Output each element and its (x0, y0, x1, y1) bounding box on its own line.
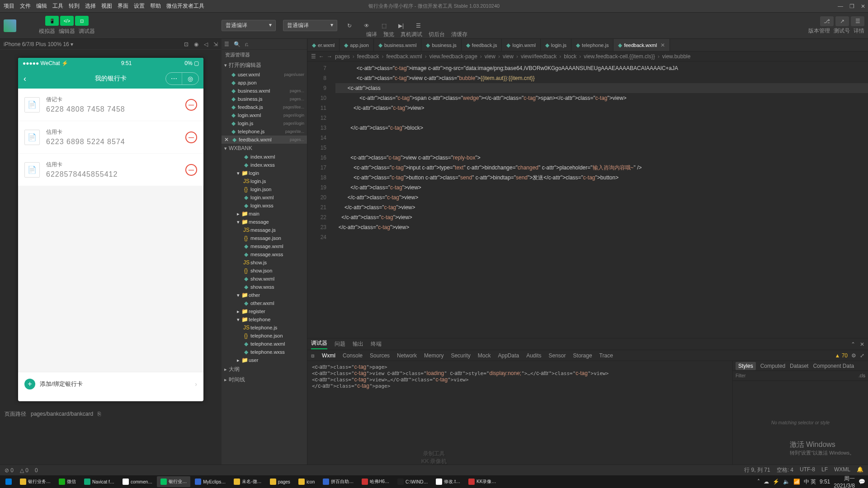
menu-item[interactable]: 文件 (20, 2, 31, 10)
tree-item[interactable]: ◆message.wxml (222, 242, 307, 250)
delete-icon[interactable]: — (185, 131, 197, 143)
tree-item[interactable]: ▾ 📁other (222, 291, 307, 299)
taskbar-item[interactable]: commen… (119, 476, 156, 487)
menu-item[interactable]: 选择 (85, 2, 96, 10)
dataset-tab[interactable]: Dataset (790, 363, 808, 369)
menu-item[interactable]: 转到 (69, 2, 80, 10)
avatar[interactable] (4, 19, 16, 32)
devtab-trace[interactable]: Trace (599, 352, 613, 359)
device-debug-icon[interactable]: ⬚ (379, 21, 389, 31)
devtab-mock[interactable]: Mock (478, 352, 491, 359)
tree-item[interactable]: ▾ 📁login (222, 169, 307, 177)
code-content[interactable]: <c-attr">class="c-tag">image c-attr">ng-… (332, 61, 868, 338)
tree-item[interactable]: ◆login.wxml (222, 193, 307, 202)
tab-terminal[interactable]: 终端 (371, 340, 382, 348)
taskbar-item[interactable]: 银行业务… (16, 476, 54, 487)
open-file[interactable]: ◆app.json (222, 79, 307, 87)
card-item[interactable]: 📄信用卡6223 6898 5224 8574— (18, 121, 203, 153)
tree-item[interactable]: ◆login.wxss (222, 202, 307, 210)
editor-tab[interactable]: ◆business.js (421, 39, 461, 51)
breadcrumb[interactable]: ☰ ← → pages›feedback›feedback.wxml›view.… (307, 52, 868, 61)
tree-item[interactable]: JStelephone.js (222, 324, 307, 332)
tree-item[interactable]: ◆telephone.wxml (222, 340, 307, 348)
tree-item[interactable]: ▾ 📁message (222, 218, 307, 226)
taskbar-item[interactable]: C:\WIND… (394, 476, 431, 487)
tree-item[interactable]: {}telephone.json (222, 332, 307, 340)
tree-item[interactable]: ◆index.wxml (222, 153, 307, 161)
collapse-icon[interactable]: ⌃ (851, 341, 855, 347)
devtab-security[interactable]: Security (451, 352, 470, 359)
taskbar-item[interactable]: pages (266, 476, 294, 487)
menu-item[interactable]: 视图 (101, 2, 112, 10)
taskbar-item[interactable]: 微信 (55, 476, 80, 487)
detail-button[interactable]: ☰ (851, 16, 864, 26)
open-file[interactable]: ◆business.wxmlpages... (222, 87, 307, 95)
info-count[interactable]: 0 (35, 467, 38, 474)
close-icon[interactable]: ✕ (861, 3, 865, 9)
sim-icon[interactable]: ◉ (194, 41, 198, 47)
tree-item[interactable]: ◆show.wxss (222, 283, 307, 291)
notif-icon[interactable]: 💬 (859, 479, 865, 485)
errors-count[interactable]: ⊘ 0 (5, 467, 14, 474)
taskbar-item[interactable]: 哈弗H6… (358, 476, 393, 487)
devtab-sensor[interactable]: Sensor (549, 352, 566, 359)
open-file[interactable]: ◆telephone.jspages\te... (222, 127, 307, 136)
warning-badge[interactable]: ▲ 70 (835, 352, 848, 359)
tree-item[interactable]: {}login.json (222, 185, 307, 193)
timeline-section[interactable]: ▸ 时间线 (222, 375, 307, 385)
tree-item[interactable]: {}show.json (222, 267, 307, 275)
tree-item[interactable]: ◆show.wxml (222, 275, 307, 283)
editor-tab[interactable]: ◆app.json (340, 39, 374, 51)
menu-item[interactable]: 帮助 (150, 2, 161, 10)
branch-icon[interactable]: ⎌ (245, 41, 248, 47)
expand-icon[interactable]: ⤢ (860, 352, 864, 359)
taskbar-item[interactable]: 未名-微… (230, 476, 265, 487)
taskbar-item[interactable]: 修改.t… (432, 476, 464, 487)
minimize-icon[interactable]: — (838, 3, 843, 9)
copy-icon[interactable]: ⎘ (98, 411, 101, 417)
open-file[interactable]: ◆login.jspages\login (222, 119, 307, 127)
inspect-icon[interactable]: ⧈ (311, 352, 315, 359)
tree-item[interactable]: ◆other.wxml (222, 299, 307, 307)
version-button[interactable]: ⎇ (820, 16, 834, 26)
editor-tab[interactable]: ◆login.wxml (502, 39, 540, 51)
devtab-storage[interactable]: Storage (573, 352, 592, 359)
tree-item[interactable]: ▸ 📁user (222, 356, 307, 364)
menu-item[interactable]: 项目 (4, 2, 14, 10)
open-editors-section[interactable]: ▾ 打开的编辑器 (222, 60, 307, 70)
taskbar-item[interactable] (2, 476, 15, 487)
tree-item[interactable]: ▾ 📁telephone (222, 315, 307, 324)
add-card-button[interactable]: + 添加/绑定银行卡 › (18, 372, 203, 396)
styles-tab[interactable]: Styles (736, 362, 756, 370)
open-file[interactable]: ◆business.jspages... (222, 95, 307, 103)
indent[interactable]: 空格: 4 (777, 466, 793, 474)
card-item[interactable]: 📄信用卡6228578445855412— (18, 154, 203, 186)
tree-item[interactable]: JSmessage.js (222, 226, 307, 234)
taskbar-item[interactable]: MyEclips… (191, 476, 229, 487)
sim-icon[interactable]: ⊡ (184, 41, 189, 47)
sim-icon[interactable]: ◁ (204, 41, 208, 47)
taskbar-item[interactable]: icon (295, 476, 318, 487)
editor-tab[interactable]: ◆business.wxml (374, 39, 422, 51)
debugger-toggle[interactable]: ⊡ (75, 16, 89, 26)
background-icon[interactable]: ▶| (396, 21, 406, 31)
open-file[interactable]: ◆login.wxmlpages\login (222, 111, 307, 119)
compdata-tab[interactable]: Component Data (813, 363, 854, 369)
tab-output[interactable]: 输出 (353, 340, 363, 348)
editor-tab[interactable]: ◆login.js (541, 39, 571, 51)
sim-icon[interactable]: ⇲ (213, 41, 218, 47)
tree-item[interactable]: ▸ 📁register (222, 307, 307, 315)
devtab-network[interactable]: Network (397, 352, 417, 359)
project-section[interactable]: ▾ WXBANK (222, 144, 307, 153)
delete-icon[interactable]: — (185, 164, 197, 176)
tree-item[interactable]: JSshow.js (222, 258, 307, 267)
open-file[interactable]: ✕◆feedback.wxmlpages... (222, 136, 307, 144)
editor-tab[interactable]: ◆telephone.js (571, 39, 613, 51)
preview-icon[interactable]: 👁 (362, 21, 372, 31)
system-tray[interactable]: ˄ ☁⚡🔈📶 中 英 9:51 周一 2021/3/8 💬 (757, 475, 865, 488)
encoding[interactable]: UTF-8 (800, 466, 815, 474)
back-icon[interactable]: ‹ (24, 74, 26, 84)
card-item[interactable]: 📄借记卡6228 4808 7458 7458— (18, 89, 203, 121)
delete-icon[interactable]: — (185, 99, 197, 111)
ime-indicator[interactable]: 中 英 (804, 478, 816, 486)
